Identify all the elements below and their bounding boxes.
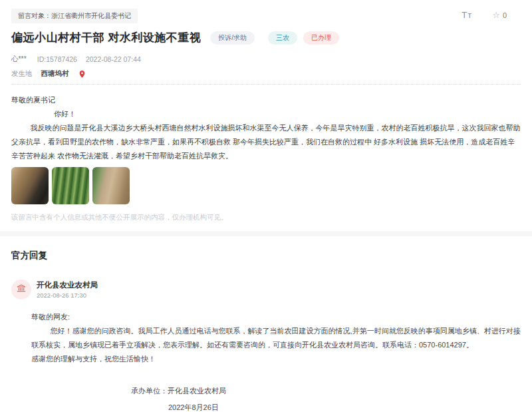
message-body: 尊敬的夏书记 你好！ 我反映的问题是开化县大溪边乡大桥头村西塘自然村水利设施损坏… [11,93,521,163]
message-detail-page: 留言对象：浙江省衢州市开化县委书记 Tт ☆ 0 偏远小山村村干部 对水利设施不… [0,0,532,412]
reply-salutation: 尊敬的网友: [31,310,521,324]
attachment-photos [11,167,521,204]
reply-org-name: 开化县农业农村局 [37,280,98,290]
message-id: ID:15787426 [37,55,77,63]
reply-head-text: 开化县农业农村局 2022-08-26 17:30 [37,280,98,299]
location-label: 发生地 [11,69,33,79]
top-actions: Tт ☆ 0 [462,10,507,20]
attachment-photo-3[interactable] [92,167,130,204]
section-divider [0,231,532,236]
tag-agriculture-badge: 三农 [268,31,297,45]
privacy-note: 该留言中含有个人信息或其他不便公开展示的内容，仅办理机构可见。 [11,213,521,222]
reply-header: 开化县农业农村局 2022-08-26 17:30 [11,280,521,300]
org-avatar [11,280,31,300]
font-size-icon[interactable]: Tт [462,10,472,20]
reply-date-line: 2022年8月26日 [168,403,521,412]
greeting-line: 尊敬的夏书记 [11,93,521,107]
author-meta-row: 心*** ID:15787426 2022-08-22 07:44 [11,55,521,64]
reply-body: 尊敬的网友: 您好！感谢您的问政咨询。我局工作人员通过电话与您联系，解读了当前农… [31,310,521,412]
star-icon: ☆ [492,11,500,19]
favorite-count: 0 [503,11,507,19]
attachment-photo-2[interactable] [52,167,89,204]
title-row: 偏远小山村村干部 对水利设施不重视 投诉/求助 三农 已办理 [11,31,521,45]
post-datetime: 2022-08-22 07:44 [86,55,141,63]
status-badge: 已办理 [303,31,339,45]
top-bar: 留言对象：浙江省衢州市开化县委书记 Tт ☆ 0 [0,0,532,23]
handler-unit-line: 承办单位：开化县农业农村局 [131,386,521,396]
message-target-tag[interactable]: 留言对象：浙江省衢州市开化县委书记 [11,9,138,23]
reply-section-title: 官方回复 [11,250,521,262]
government-building-icon [16,283,27,296]
message-content: 我反映的问题是开化县大溪边乡大桥头村西塘自然村水利设施损坏和水渠至今无人保养，今… [11,121,521,163]
favorite-button[interactable]: ☆ 0 [492,11,507,19]
page-title: 偏远小山村村干部 对水利设施不重视 [11,31,201,45]
dotted-divider [11,84,521,85]
tag-complaint-badge: 投诉/求助 [210,31,255,45]
reply-paragraph-1: 您好！感谢您的问政咨询。我局工作人员通过电话与您联系，解读了当前农田建设方面的情… [31,324,521,352]
location-pin-icon [78,70,86,79]
author-name: 心*** [11,55,27,64]
location-row: 发生地 西塘坞村 [11,69,521,84]
attachment-photo-1[interactable] [11,167,49,204]
location-value: 西塘坞村 [41,69,69,79]
official-reply-section: 官方回复 开化县农业农村局 2022-08-26 1 [0,236,532,412]
reply-datetime: 2022-08-26 17:30 [37,292,98,299]
hello-line: 你好！ [11,107,521,121]
reply-paragraph-2: 感谢您的理解与支持，祝您生活愉快！ [31,352,521,366]
